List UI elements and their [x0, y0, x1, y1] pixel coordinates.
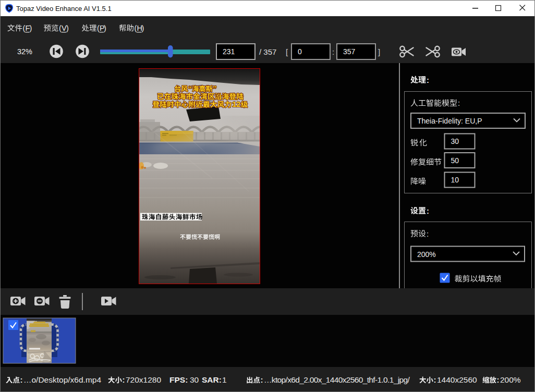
svg-text::: : — [427, 206, 429, 215]
svg-text:1440x2560: 1440x2560 — [437, 375, 477, 384]
svg-text:): ) — [30, 24, 32, 32]
svg-text:200%: 200% — [417, 250, 436, 259]
svg-text:0: 0 — [298, 47, 302, 56]
svg-text:]: ] — [378, 47, 380, 56]
svg-text:/ 357: / 357 — [259, 47, 276, 56]
svg-text:12: 12 — [232, 100, 240, 108]
svg-text::: : — [261, 375, 263, 384]
svg-text:50: 50 — [451, 156, 459, 165]
svg-text:32%: 32% — [17, 47, 32, 56]
svg-text::: : — [123, 375, 125, 384]
svg-text:357: 357 — [343, 47, 356, 56]
svg-text:): ) — [104, 24, 106, 32]
svg-text:FPS:: FPS: — [169, 375, 188, 384]
svg-text:30: 30 — [190, 375, 199, 384]
svg-text::: : — [427, 76, 429, 84]
svg-text:200%: 200% — [500, 375, 521, 384]
svg-text::: : — [427, 229, 429, 238]
svg-text:): ) — [66, 24, 69, 32]
svg-text:720x1280: 720x1280 — [126, 375, 161, 384]
svg-text:Topaz Video Enhance AI V1.5.1: Topaz Video Enhance AI V1.5.1 — [16, 5, 112, 13]
svg-text::: : — [434, 375, 436, 384]
svg-text:1: 1 — [222, 375, 227, 384]
svg-text::: : — [20, 375, 23, 384]
svg-text:…o/Desktop/x6d.mp4: …o/Desktop/x6d.mp4 — [23, 375, 101, 384]
svg-text:): ) — [142, 24, 144, 32]
svg-text::: : — [458, 99, 460, 107]
svg-text:Theia-Fidelity: EU,P: Theia-Fidelity: EU,P — [417, 117, 482, 125]
svg-text::: : — [497, 375, 500, 384]
svg-text:30: 30 — [451, 137, 459, 145]
svg-text:10: 10 — [451, 176, 459, 184]
svg-text:SAR:: SAR: — [202, 375, 222, 384]
svg-text:…ktop/x6d_2.00x_1440x2560_thf-: …ktop/x6d_2.00x_1440x2560_thf-1.0.1_jpg/ — [264, 375, 410, 384]
svg-text:231: 231 — [223, 47, 235, 56]
svg-text::: : — [332, 47, 334, 56]
